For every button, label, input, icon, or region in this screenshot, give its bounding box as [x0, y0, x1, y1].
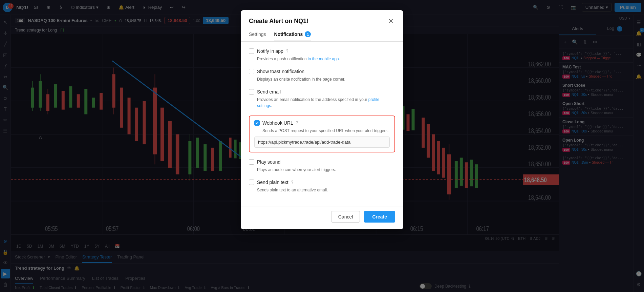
sound-label: Play sound: [257, 159, 280, 165]
plain-desc: Sends plain text to an alternative email…: [257, 187, 395, 193]
toast-label: Show toast notification: [257, 69, 304, 74]
checkbox-webhook[interactable]: [254, 120, 260, 126]
notif-row-sound: Play sound Plays an audio cue when your …: [249, 159, 395, 173]
modal-overlay: Create Alert on NQ1! ✕ Settings Notifica…: [0, 0, 644, 292]
mobile-app-link[interactable]: in the mobile app.: [308, 57, 340, 61]
notify-app-help[interactable]: ?: [286, 49, 288, 54]
sound-desc: Plays an audio cue when your alert trigg…: [257, 167, 395, 173]
cancel-button[interactable]: Cancel: [331, 211, 360, 223]
notifications-tab-label: Notifications: [274, 32, 303, 37]
plain-help[interactable]: ?: [291, 180, 294, 185]
modal-tab-settings[interactable]: Settings: [249, 28, 266, 41]
modal-footer: Cancel Create: [241, 207, 403, 229]
modal-tabs: Settings Notifications 1: [241, 28, 403, 42]
modal-header: Create Alert on NQ1! ✕: [241, 10, 403, 28]
modal-title: Create Alert on NQ1!: [249, 18, 308, 25]
notif-row-toast: Show toast notification Displays an onsi…: [249, 69, 395, 82]
checkbox-email[interactable]: [249, 89, 254, 95]
create-button[interactable]: Create: [364, 211, 395, 223]
webhook-url-input[interactable]: [254, 137, 390, 148]
create-alert-modal: Create Alert on NQ1! ✕ Settings Notifica…: [241, 10, 403, 229]
webhook-desc: Sends a POST request to your specified U…: [262, 128, 390, 134]
webhook-row: Webhook URL ? Sends a POST request to yo…: [249, 116, 395, 152]
checkbox-notify-app[interactable]: [249, 48, 254, 54]
modal-tab-notifications[interactable]: Notifications 1: [274, 28, 311, 41]
notif-row-plain: Send plain text ? Sends plain text to an…: [249, 180, 395, 193]
notify-app-desc: Provides a push notification in the mobi…: [257, 56, 395, 62]
settings-tab-label: Settings: [249, 32, 266, 37]
modal-close-button[interactable]: ✕: [387, 17, 395, 25]
checkbox-sound[interactable]: [249, 159, 254, 165]
toast-desc: Displays an onsite notification in the p…: [257, 76, 395, 82]
checkbox-plain[interactable]: [249, 180, 254, 185]
notify-app-label: Notify in app: [257, 48, 283, 54]
notif-row-app: Notify in app ? Provides a push notifica…: [249, 48, 395, 62]
checkmark-icon: [255, 121, 259, 125]
modal-body: Notify in app ? Provides a push notifica…: [241, 42, 403, 207]
webhook-help[interactable]: ?: [296, 121, 298, 125]
checkbox-toast[interactable]: [249, 69, 254, 74]
email-desc: Provides an email notification to the ad…: [257, 97, 395, 109]
email-label: Send email: [257, 89, 281, 95]
notif-row-email: Send email Provides an email notificatio…: [249, 89, 395, 109]
plain-label: Send plain text: [257, 180, 288, 185]
notif-tab-badge: 1: [305, 31, 311, 37]
webhook-label: Webhook URL: [262, 120, 293, 126]
